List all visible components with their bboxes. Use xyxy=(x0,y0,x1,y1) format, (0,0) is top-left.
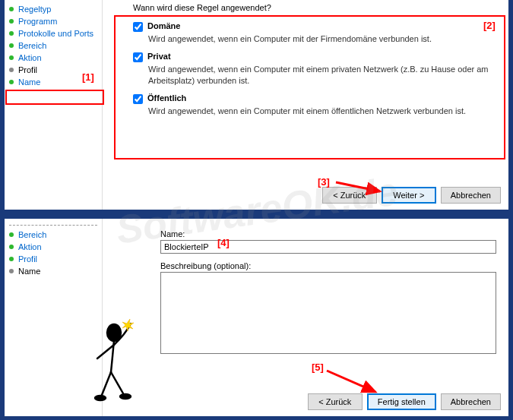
bullet-icon xyxy=(9,257,14,261)
desc-textarea[interactable] xyxy=(160,272,496,354)
wizard-content-bottom: Name: Beschreibung (optional): < Zurück … xyxy=(102,219,508,416)
checkbox-oeffentlich[interactable] xyxy=(133,94,143,104)
arrow-icon-3 xyxy=(333,176,388,197)
wizard-panel-name: Bereich Aktion Profil Name Name: Beschre… xyxy=(5,219,508,416)
annotation-num-5: [5] xyxy=(312,362,324,373)
annotation-num-4: [4] xyxy=(217,237,230,248)
cancel-button-b[interactable]: Abbrechen xyxy=(441,393,501,410)
bullet-icon xyxy=(9,232,14,237)
sidebar-item-programm[interactable]: Programm xyxy=(5,15,102,27)
bullet-icon xyxy=(9,80,14,84)
bullet-icon xyxy=(9,19,14,24)
bullet-icon xyxy=(9,68,14,72)
bullet-icon xyxy=(9,269,14,273)
checkbox-desc-oeffentlich: Wird angewendet, wenn ein Computer mit e… xyxy=(148,106,496,116)
arrow-icon-5 xyxy=(324,368,385,398)
bullet-icon xyxy=(9,7,14,11)
checkbox-label-privat: Privat xyxy=(147,52,171,61)
bullet-icon xyxy=(9,55,14,60)
wizard-question: Wann wird diese Regel angewendet? xyxy=(115,3,496,12)
checkbox-desc-privat: Wird angewendet, wenn ein Computer mit e… xyxy=(148,64,496,86)
wizard-panel-profil: Regeltyp Programm Protokolle und Ports B… xyxy=(5,0,508,210)
annotation-num-2: [2] xyxy=(483,20,496,31)
sidebar-item-aktion-b[interactable]: Aktion xyxy=(5,241,102,253)
bullet-icon xyxy=(9,31,14,36)
sidebar-item-name-b[interactable]: Name xyxy=(5,265,102,277)
wizard-content-top: Wann wird diese Regel angewendet? Domäne… xyxy=(102,0,508,210)
next-button[interactable]: Weiter > xyxy=(382,187,436,204)
sidebar-item-protokolle[interactable]: Protokolle und Ports xyxy=(5,27,102,39)
wizard-sidebar-top: Regeltyp Programm Protokolle und Ports B… xyxy=(5,0,102,210)
desc-label: Beschreibung (optional): xyxy=(160,261,496,270)
bullet-icon xyxy=(9,43,14,48)
sidebar-item-bereich[interactable]: Bereich xyxy=(5,39,102,52)
cancel-button[interactable]: Abbrechen xyxy=(441,187,501,204)
sidebar-item-profil-b[interactable]: Profil xyxy=(5,253,102,265)
checkbox-label-oeffentlich: Öffentlich xyxy=(147,93,186,103)
wizard-sidebar-bottom: Bereich Aktion Profil Name xyxy=(5,219,102,416)
checkbox-privat[interactable] xyxy=(133,52,143,62)
bullet-icon xyxy=(9,245,14,249)
name-input[interactable] xyxy=(160,240,496,254)
annotation-num-3: [3] xyxy=(318,176,330,188)
svg-line-1 xyxy=(336,182,380,191)
name-label: Name: xyxy=(160,229,496,238)
svg-line-3 xyxy=(327,371,375,392)
checkbox-desc-domaene: Wird angewendet, wenn ein Computer mit d… xyxy=(148,33,496,44)
sidebar-item-aktion[interactable]: Aktion xyxy=(5,52,102,64)
checkbox-domaene[interactable] xyxy=(133,22,143,32)
sidebar-item-regeltyp[interactable]: Regeltyp xyxy=(5,3,102,15)
sidebar-item-bereich-b[interactable]: Bereich xyxy=(5,229,102,241)
checkbox-label-domaene: Domäne xyxy=(147,21,180,30)
annotation-num-1: [1] xyxy=(82,71,94,83)
